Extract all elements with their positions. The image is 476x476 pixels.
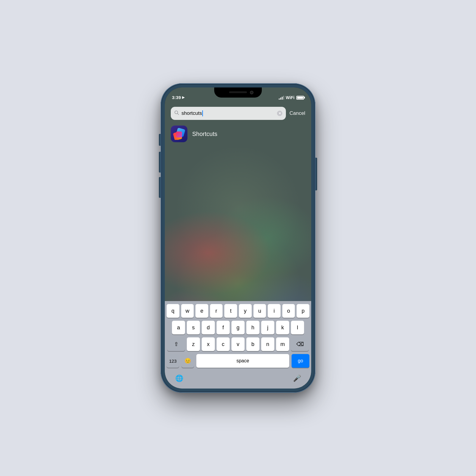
signal-bar-2 xyxy=(280,98,281,100)
power-button[interactable] xyxy=(315,158,317,190)
search-input[interactable]: shortcuts xyxy=(181,110,275,117)
key-v[interactable]: v xyxy=(231,337,245,351)
key-o[interactable]: o xyxy=(282,304,295,318)
key-g[interactable]: g xyxy=(231,321,245,334)
phone-wrapper: 3:39 ▶ WiFi xyxy=(161,83,315,393)
location-arrow-icon: ▶ xyxy=(182,95,184,99)
result-item-shortcuts[interactable]: Shortcuts xyxy=(165,123,311,145)
svg-rect-4 xyxy=(176,131,182,137)
search-box[interactable]: shortcuts ✕ xyxy=(171,107,286,120)
clear-icon: ✕ xyxy=(278,112,281,115)
key-p[interactable]: p xyxy=(297,304,309,318)
shortcuts-app-icon xyxy=(171,126,187,142)
mic-key[interactable]: 🎤 xyxy=(290,372,303,385)
number-toggle-key[interactable]: 123 xyxy=(167,354,179,368)
signal-icon xyxy=(279,95,284,100)
key-h[interactable]: h xyxy=(246,321,259,334)
notch xyxy=(214,87,262,98)
search-query-text: shortcuts xyxy=(181,110,202,116)
key-m[interactable]: m xyxy=(276,337,289,351)
keyboard: q w e r t y u i o p a s d f g xyxy=(165,301,311,389)
key-k[interactable]: k xyxy=(276,321,289,334)
key-i[interactable]: i xyxy=(268,304,281,318)
wifi-icon: WiFi xyxy=(286,95,295,100)
key-z[interactable]: z xyxy=(187,337,200,351)
emoji-icon: 😊 xyxy=(184,358,191,364)
shortcuts-app-name: Shortcuts xyxy=(192,131,217,137)
key-e[interactable]: e xyxy=(195,304,208,318)
number-toggle-label: 123 xyxy=(169,358,176,364)
mic-icon: 🎤 xyxy=(293,375,301,382)
cursor xyxy=(202,110,203,116)
key-c[interactable]: c xyxy=(217,337,230,351)
keyboard-row-1: q w e r t y u i o p xyxy=(167,304,309,318)
cancel-label: Cancel xyxy=(289,110,305,116)
volume-up-button[interactable] xyxy=(159,152,161,173)
globe-key[interactable]: 🌐 xyxy=(173,372,186,385)
key-t[interactable]: t xyxy=(224,304,237,318)
go-label: go xyxy=(298,358,303,364)
key-r[interactable]: r xyxy=(210,304,223,318)
cancel-button[interactable]: Cancel xyxy=(289,110,305,116)
svg-line-1 xyxy=(178,114,179,115)
key-j[interactable]: j xyxy=(261,321,274,334)
status-icons: WiFi xyxy=(279,95,304,100)
key-x[interactable]: x xyxy=(202,337,215,351)
key-q[interactable]: q xyxy=(167,304,179,318)
spacebar-key[interactable]: space xyxy=(196,354,289,368)
notch-camera xyxy=(250,91,253,94)
notch-speaker xyxy=(229,91,247,93)
search-icon xyxy=(174,110,179,116)
signal-bar-1 xyxy=(279,98,280,100)
phone-screen: 3:39 ▶ WiFi xyxy=(165,87,311,389)
key-w[interactable]: w xyxy=(181,304,194,318)
key-a[interactable]: a xyxy=(172,321,185,334)
status-time-group: 3:39 ▶ xyxy=(172,95,184,100)
globe-icon: 🌐 xyxy=(175,375,183,382)
results-area: Shortcuts xyxy=(165,120,311,148)
key-u[interactable]: u xyxy=(253,304,266,318)
key-s[interactable]: s xyxy=(187,321,200,334)
shift-key[interactable]: ⇧ xyxy=(167,337,185,351)
keyboard-row-2: a s d f g h j k l xyxy=(167,321,309,334)
key-n[interactable]: n xyxy=(261,337,274,351)
mute-button[interactable] xyxy=(159,134,161,146)
space-label: space xyxy=(237,358,249,364)
signal-bar-3 xyxy=(282,97,283,100)
go-key[interactable]: go xyxy=(292,354,309,368)
volume-down-button[interactable] xyxy=(159,177,161,198)
key-y[interactable]: y xyxy=(239,304,252,318)
phone-frame: 3:39 ▶ WiFi xyxy=(161,83,315,393)
key-d[interactable]: d xyxy=(202,321,215,334)
keyboard-bottom-bar: 🌐 🎤 xyxy=(167,371,309,385)
search-clear-button[interactable]: ✕ xyxy=(277,111,282,116)
key-f[interactable]: f xyxy=(217,321,230,334)
key-l[interactable]: l xyxy=(291,321,304,334)
signal-bar-4 xyxy=(283,96,284,100)
battery-fill xyxy=(297,97,303,99)
keyboard-row-4: 123 😊 space go xyxy=(167,354,309,368)
backspace-key[interactable]: ⌫ xyxy=(291,337,309,351)
keyboard-row-3: ⇧ z x c v b n m ⌫ xyxy=(167,337,309,351)
battery-icon xyxy=(296,96,304,100)
emoji-key[interactable]: 😊 xyxy=(181,354,194,368)
key-b[interactable]: b xyxy=(246,337,259,351)
status-time: 3:39 xyxy=(172,95,181,100)
